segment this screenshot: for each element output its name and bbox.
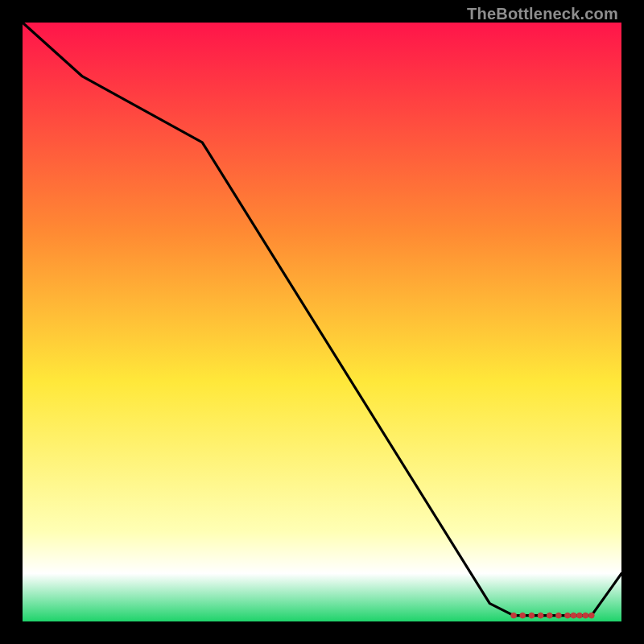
marker-group (511, 613, 595, 618)
marker-dot (538, 613, 543, 618)
marker-dot (571, 613, 576, 618)
marker-dot (577, 613, 583, 618)
data-line-layer (23, 23, 621, 621)
marker-dot (547, 613, 552, 618)
chart-frame: TheBottleneck.com (0, 0, 644, 644)
marker-dot (583, 613, 588, 618)
marker-dot (555, 613, 561, 618)
marker-dot (529, 613, 535, 618)
plot-area (23, 23, 621, 621)
marker-dot (511, 613, 517, 618)
marker-dot (588, 613, 594, 618)
curve-line (23, 23, 621, 616)
marker-dot (520, 613, 526, 618)
marker-dot (565, 613, 571, 618)
watermark-label: TheBottleneck.com (467, 5, 618, 23)
